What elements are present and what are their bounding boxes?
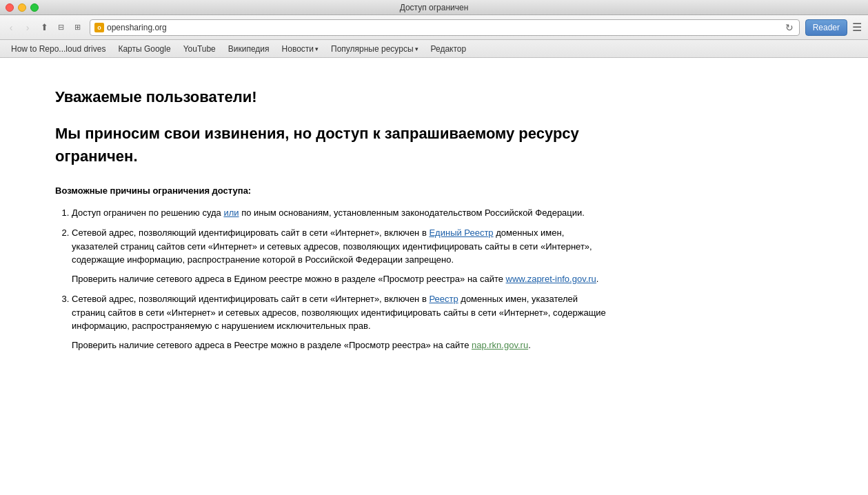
list-item-2: Сетевой адрес, позволяющий идентифициров… <box>72 226 607 285</box>
bookmark-item-wikipedia[interactable]: Википедия <box>223 43 275 55</box>
list-item-1: Доступ ограничен по решению суда или по … <box>72 206 607 220</box>
title-bar: Доступ ограничен <box>0 0 868 15</box>
reasons-header: Возможные причины ограничения доступа: <box>55 184 607 198</box>
address-bar: o ↻ <box>90 19 800 36</box>
bookmark-item-popular[interactable]: Популярные ресурсы ▾ <box>325 43 423 55</box>
grid-button[interactable]: ⊞ <box>70 21 84 34</box>
chevron-down-icon: ▾ <box>315 46 319 52</box>
sidebar-button[interactable]: ☰ <box>850 21 864 34</box>
page-content: Уважаемые пользователи! Мы приносим свои… <box>0 58 662 390</box>
close-button[interactable] <box>6 3 14 12</box>
registry-link[interactable]: Реестр <box>429 294 458 304</box>
list-item-3: Сетевой адрес, позволяющий идентифициров… <box>72 292 607 352</box>
bookmark-item-news[interactable]: Новости ▾ <box>276 43 324 55</box>
forward-button[interactable]: › <box>21 21 34 34</box>
bookmark-item-editor[interactable]: Редактор <box>425 43 472 55</box>
maximize-button[interactable] <box>30 3 39 12</box>
bookmark-item-youtube[interactable]: YouTube <box>178 43 221 55</box>
court-link[interactable]: или <box>223 208 239 218</box>
reader-button[interactable]: Reader <box>805 19 847 36</box>
list-item-3-sub: Проверить наличие сетевого адреса в Реес… <box>72 339 607 352</box>
toolbar: ‹ › ⬆ ⊟ ⊞ o ↻ Reader ☰ <box>0 15 868 40</box>
nap-rkn-link[interactable]: nap.rkn.gov.ru <box>472 340 528 350</box>
bookmarks-bar: How to Repo...loud drives Карты Google Y… <box>0 40 868 58</box>
zapret-info-link[interactable]: www.zapret-info.gov.ru <box>506 274 596 284</box>
window-controls <box>6 3 39 12</box>
refresh-button[interactable]: ↻ <box>784 22 795 33</box>
back-button[interactable]: ‹ <box>4 21 18 34</box>
address-input[interactable] <box>107 23 781 32</box>
chevron-down-icon: ▾ <box>415 46 418 52</box>
bookmark-item-how-to[interactable]: How to Repo...loud drives <box>6 43 111 55</box>
page-heading2: Мы приносим свои извинения, но доступ к … <box>55 122 607 168</box>
favicon-icon: o <box>94 23 104 32</box>
minimize-button[interactable] <box>18 3 26 12</box>
reasons-list: Доступ ограничен по решению суда или по … <box>55 206 607 352</box>
list-item-2-sub: Проверить наличие сетевого адреса в Един… <box>72 272 607 286</box>
show-all-tabs-button[interactable]: ⊟ <box>54 21 68 34</box>
share-button[interactable]: ⬆ <box>37 21 51 34</box>
page-heading1: Уважаемые пользователи! <box>55 85 607 108</box>
bookmark-item-google-maps[interactable]: Карты Google <box>112 43 176 55</box>
unified-registry-link[interactable]: Единый Реестр <box>429 228 493 238</box>
window-title: Доступ ограничен <box>400 3 469 12</box>
